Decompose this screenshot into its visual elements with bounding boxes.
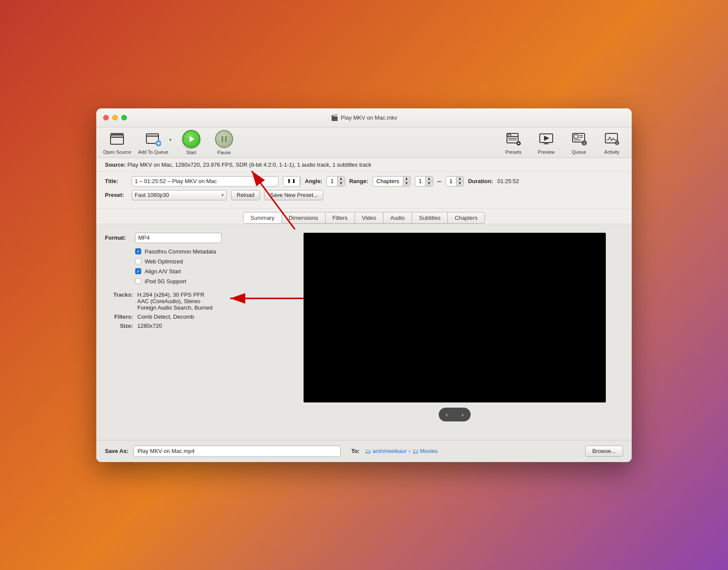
format-field[interactable]: [135, 233, 222, 243]
preview-next-button[interactable]: ›: [455, 408, 471, 421]
svg-rect-9: [117, 135, 119, 136]
toolbar: Open Source Add To Qu: [96, 127, 632, 158]
preview-button[interactable]: Preview: [533, 130, 559, 155]
range-to-up[interactable]: ▲: [456, 177, 463, 181]
tab-summary[interactable]: Summary: [243, 212, 282, 224]
preview-navigation: ‹ ›: [439, 408, 470, 421]
angle-up[interactable]: ▲: [338, 177, 345, 181]
queue-icon: i: [570, 130, 588, 148]
angle-down[interactable]: ▼: [338, 181, 345, 186]
traffic-lights: [103, 115, 127, 120]
web-optimized-checkbox[interactable]: [135, 258, 141, 264]
ipod-row: iPod 5G Support: [135, 278, 278, 285]
preview-prev-button[interactable]: ‹: [439, 408, 455, 421]
activity-button[interactable]: i Activity: [599, 130, 625, 155]
range-type-up[interactable]: ▲: [403, 177, 410, 181]
svg-line-44: [611, 138, 613, 141]
tab-audio[interactable]: Audio: [383, 212, 412, 224]
passthru-row: Passthru Common Metadata: [135, 248, 278, 255]
open-source-label: Open Source: [103, 149, 131, 155]
maximize-button[interactable]: [121, 115, 127, 120]
open-source-icon: [108, 130, 126, 148]
align-av-row: Align A/V Start: [135, 268, 278, 275]
add-to-queue-button[interactable]: Add To Queue ▾: [138, 130, 171, 155]
range-to-arrows: ▲ ▼: [456, 177, 463, 186]
range-type-val: Chapters: [373, 177, 403, 186]
angle-arrows: ▲ ▼: [338, 177, 345, 186]
tab-dimensions[interactable]: Dimensions: [282, 212, 326, 224]
to-label: To:: [351, 448, 359, 454]
minimize-button[interactable]: [112, 115, 118, 120]
web-optimized-label: Web Optimized: [145, 258, 183, 265]
range-type-down[interactable]: ▼: [403, 181, 410, 186]
start-button[interactable]: Start: [178, 130, 204, 155]
size-row: Size: 1280x720: [105, 323, 278, 329]
start-icon[interactable]: [182, 130, 200, 148]
right-panel: ‹ ›: [286, 233, 623, 431]
range-type-arrows: ▲ ▼: [403, 177, 410, 186]
range-label: Range:: [349, 178, 368, 184]
path-folder[interactable]: Movies: [420, 448, 438, 454]
bottom-bar: Save As: To: 🗂 arshmeetkaur › 🗂 Movies B…: [96, 440, 632, 462]
source-label: Source:: [105, 162, 126, 168]
tracks-key: Tracks:: [105, 291, 133, 311]
file-icon: 🎬: [331, 114, 338, 121]
pause-icon[interactable]: [215, 130, 233, 148]
add-to-queue-dropdown-arrow[interactable]: ▾: [169, 137, 171, 142]
svg-rect-34: [574, 135, 578, 138]
close-button[interactable]: [103, 115, 109, 120]
format-label: Format:: [105, 234, 131, 241]
title-stepper[interactable]: ⬆⬇: [283, 176, 301, 187]
title-stepper-val: ⬆⬇: [283, 177, 300, 186]
queue-button[interactable]: i Queue: [566, 130, 592, 155]
range-from-up[interactable]: ▲: [426, 177, 433, 181]
web-optimized-row: Web Optimized: [135, 258, 278, 265]
reload-button[interactable]: Reload: [231, 190, 260, 200]
range-dash: –: [437, 177, 441, 185]
passthru-checkbox[interactable]: [135, 248, 141, 254]
save-preset-button[interactable]: Save New Preset...: [264, 190, 323, 200]
svg-rect-8: [114, 135, 116, 136]
open-source-button[interactable]: Open Source: [103, 130, 131, 155]
tabs-bar: Summary Dimensions Filters Video Audio S…: [96, 209, 632, 224]
align-av-checkbox[interactable]: [135, 268, 141, 274]
presets-label: Presets: [505, 149, 521, 155]
path-separator: ›: [408, 448, 410, 454]
tab-filters[interactable]: Filters: [326, 212, 355, 224]
svg-rect-23: [507, 133, 518, 136]
preset-dropdown[interactable]: Fast 1080p30 ▾: [132, 190, 227, 200]
range-to-val: 1: [446, 177, 456, 186]
window-title-text: Play MKV on Mac.mkv: [341, 114, 397, 121]
title-field[interactable]: [132, 176, 279, 187]
left-panel: Format: Passthru Common Metadata Web Opt…: [105, 233, 278, 431]
angle-stepper[interactable]: 1 ▲ ▼: [326, 176, 345, 187]
duration-value: 01:25:52: [497, 178, 519, 184]
preset-value: Fast 1080p30: [135, 192, 169, 198]
path-user[interactable]: arshmeetkaur: [373, 448, 407, 454]
svg-text:i: i: [584, 141, 585, 146]
tracks-row: Tracks: H.264 (x264), 30 FPS PFR AAC (Co…: [105, 291, 278, 311]
preset-label: Preset:: [105, 192, 127, 198]
tab-subtitles[interactable]: Subtitles: [412, 212, 448, 224]
preset-row: Preset: Fast 1080p30 ▾ Reload Save New P…: [105, 190, 623, 200]
range-from-down[interactable]: ▼: [426, 181, 433, 186]
save-as-label: Save As:: [105, 448, 128, 454]
svg-line-42: [608, 137, 610, 140]
tab-video[interactable]: Video: [355, 212, 383, 224]
svg-text:i: i: [617, 141, 617, 145]
browse-button[interactable]: Browse...: [585, 446, 623, 457]
duration-label: Duration:: [468, 178, 493, 184]
filters-row: Filters: Comb Detect, Decomb: [105, 314, 278, 320]
presets-button[interactable]: Presets: [500, 130, 526, 155]
range-from-arrows: ▲ ▼: [426, 177, 433, 186]
range-from-stepper[interactable]: 1 ▲ ▼: [415, 176, 433, 187]
range-to-stepper[interactable]: 1 ▲ ▼: [446, 176, 464, 187]
range-to-down[interactable]: ▼: [456, 181, 463, 186]
toolbar-right: Presets Preview: [500, 130, 625, 155]
ipod-checkbox[interactable]: [135, 278, 141, 284]
pause-button[interactable]: Pause: [211, 130, 237, 155]
activity-icon: i: [603, 130, 620, 148]
save-as-field[interactable]: [133, 446, 341, 457]
range-type-stepper[interactable]: Chapters ▲ ▼: [373, 176, 411, 187]
tab-chapters[interactable]: Chapters: [448, 212, 485, 224]
